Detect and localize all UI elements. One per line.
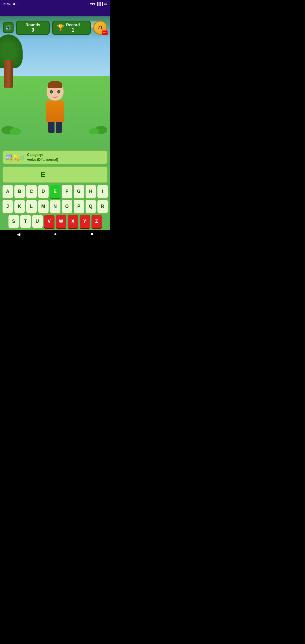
key-J[interactable]: J — [3, 200, 13, 213]
letter-hint-icon[interactable]: 🔤 3 — [6, 154, 12, 160]
character-hair — [48, 81, 62, 88]
key-K[interactable]: K — [14, 200, 25, 213]
scene: 🔊 Rounds 0 🏆 Record 1 71 ADS — [0, 16, 110, 149]
key-M[interactable]: M — [38, 200, 49, 213]
key-X[interactable]: X — [68, 215, 78, 228]
sound-icon: 🔊 — [5, 25, 11, 31]
signal-icon: ▐▐▐ — [96, 2, 103, 6]
character-right-leg — [56, 122, 62, 133]
key-I[interactable]: I — [97, 185, 108, 198]
key-F[interactable]: F — [62, 185, 72, 198]
settings-icon: ⚙ — [12, 2, 15, 6]
coins-badge[interactable]: 71 ADS — [93, 21, 107, 35]
hint-icons: 🔤 3 💡 10 🛒 — [6, 154, 25, 160]
top-bar — [0, 8, 110, 16]
key-Y[interactable]: Y — [80, 215, 90, 228]
home-button[interactable]: ● — [54, 232, 57, 237]
character-body — [46, 101, 64, 122]
back-button[interactable]: ◀ — [17, 232, 20, 237]
bottom-panel: 🔤 3 💡 10 🛒 Category: verbs (Dif.: normal… — [0, 149, 110, 230]
character-right-eye — [57, 90, 60, 93]
key-S[interactable]: S — [8, 215, 19, 228]
recent-button[interactable]: ■ — [91, 232, 93, 237]
key-O[interactable]: O — [62, 200, 72, 213]
keyboard-row-2: J K L M N O P Q R — [2, 200, 108, 213]
category-text: Category: verbs (Dif.: normal) — [27, 153, 58, 162]
word-display: E _ _ — [2, 166, 108, 183]
category-row: 🔤 3 💡 10 🛒 Category: verbs (Dif.: normal… — [2, 150, 108, 164]
keyboard-row-1: A B C D E F G H I — [2, 185, 108, 198]
bulb-hint-icon[interactable]: 💡 10 — [12, 154, 19, 160]
character — [41, 82, 69, 133]
category-value: verbs (Dif.: normal) — [27, 158, 58, 162]
key-H[interactable]: H — [86, 185, 96, 198]
record-value: 1 — [66, 27, 80, 33]
key-W[interactable]: W — [56, 215, 66, 228]
coins-value: 71 — [98, 25, 103, 30]
key-Z[interactable]: Z — [91, 215, 102, 228]
rounds-value: 0 — [21, 27, 45, 33]
cart-hint-icon[interactable]: 🛒 — [19, 154, 25, 160]
record-badge: 🏆 Record 1 — [52, 21, 91, 35]
key-D[interactable]: D — [38, 185, 49, 198]
header-overlay: 🔊 Rounds 0 🏆 Record 1 71 ADS — [0, 16, 110, 39]
key-V[interactable]: V — [44, 215, 55, 228]
tree — [0, 43, 20, 88]
character-left-eye — [50, 90, 53, 93]
keyboard-row-3: S T U V W X Y Z — [2, 215, 108, 228]
key-T[interactable]: T — [20, 215, 31, 228]
notification-dot: • — [16, 2, 18, 6]
status-time: 21:55 ⚙ • — [3, 2, 18, 6]
ads-button[interactable]: ADS — [102, 31, 108, 35]
character-mouth — [52, 95, 58, 98]
record-label: Record — [66, 23, 80, 27]
record-text: Record 1 — [66, 23, 80, 33]
key-L[interactable]: L — [26, 200, 37, 213]
sound-button[interactable]: 🔊 — [3, 22, 14, 33]
key-Q[interactable]: Q — [86, 200, 96, 213]
key-U[interactable]: U — [32, 215, 43, 228]
trophy-icon: 🏆 — [57, 24, 64, 31]
key-G[interactable]: G — [74, 185, 84, 198]
rounds-badge: Rounds 0 — [16, 21, 50, 35]
key-N[interactable]: N — [50, 200, 60, 213]
category-label: Category: — [27, 153, 43, 157]
character-legs — [48, 122, 62, 133]
key-C[interactable]: C — [26, 185, 37, 198]
status-icons: ▾▾▾ ▐▐▐ ▭ — [90, 2, 107, 6]
key-A[interactable]: A — [3, 185, 13, 198]
keyboard: A B C D E F G H I J K L M N O P Q R — [2, 185, 108, 228]
key-B[interactable]: B — [14, 185, 25, 198]
game-container: 🔊 Rounds 0 🏆 Record 1 71 ADS — [0, 8, 110, 230]
key-P[interactable]: P — [74, 200, 84, 213]
rounds-label: Rounds — [21, 23, 45, 27]
battery-icon: ▭ — [104, 2, 107, 6]
nav-bar: ◀ ● ■ — [0, 230, 110, 238]
wifi-icon: ▾▾▾ — [90, 2, 95, 6]
key-E[interactable]: E — [50, 185, 60, 198]
time-display: 21:55 — [3, 2, 11, 6]
key-R[interactable]: R — [97, 200, 108, 213]
tree-trunk — [4, 60, 13, 88]
character-head — [47, 82, 64, 101]
character-left-leg — [48, 122, 55, 133]
status-bar: 21:55 ⚙ • ▾▾▾ ▐▐▐ ▭ — [0, 0, 110, 8]
word-letters: E _ _ — [40, 170, 70, 179]
